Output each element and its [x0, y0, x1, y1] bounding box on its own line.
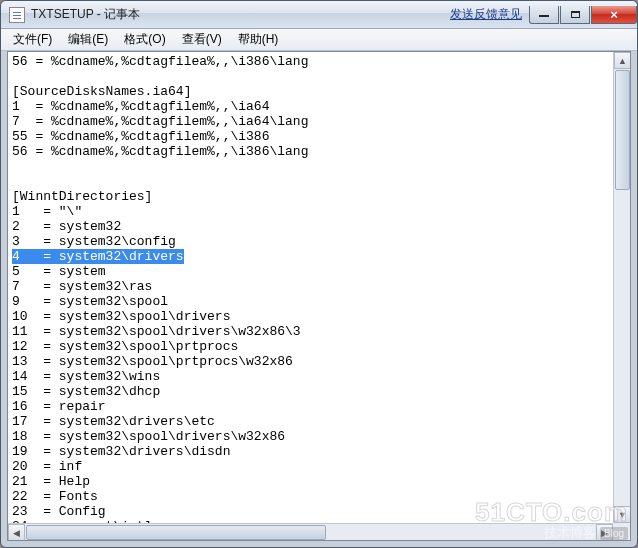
horizontal-scroll-thumb[interactable]: [26, 525, 326, 540]
selected-text: 4 = system32\drivers: [12, 249, 184, 264]
text-line: 9 = system32\spool: [12, 294, 609, 309]
close-button[interactable]: ×: [591, 6, 637, 24]
text-line: 1 = %cdname%,%cdtagfilem%,,\ia64: [12, 99, 609, 114]
vertical-scroll-thumb[interactable]: [615, 70, 630, 190]
menu-help[interactable]: 帮助(H): [230, 29, 287, 50]
text-line: 14 = system32\wins: [12, 369, 609, 384]
text-content[interactable]: 56 = %cdname%,%cdtagfilea%,,\i386\lang […: [8, 52, 613, 523]
text-line: 56 = %cdname%,%cdtagfilea%,,\i386\lang: [12, 54, 609, 69]
notepad-window: TXTSETUP - 记事本 发送反馈意见 × 文件(F) 编辑(E) 格式(O…: [0, 0, 638, 548]
text-line: 10 = system32\spool\drivers: [12, 309, 609, 324]
titlebar[interactable]: TXTSETUP - 记事本 发送反馈意见 ×: [1, 1, 637, 29]
scroll-corner: [613, 523, 630, 540]
text-line: 20 = inf: [12, 459, 609, 474]
text-line: 4 = system32\drivers: [12, 249, 609, 264]
text-line: 11 = system32\spool\drivers\w32x86\3: [12, 324, 609, 339]
window-title: TXTSETUP - 记事本: [31, 6, 140, 23]
feedback-link[interactable]: 发送反馈意见: [450, 6, 522, 23]
scroll-up-button[interactable]: ▲: [614, 52, 631, 69]
text-line: 13 = system32\spool\prtprocs\w32x86: [12, 354, 609, 369]
menu-format[interactable]: 格式(O): [116, 29, 173, 50]
text-line: 56 = %cdname%,%cdtagfilem%,,\i386\lang: [12, 144, 609, 159]
text-line: 16 = repair: [12, 399, 609, 414]
text-line: [12, 69, 609, 84]
text-line: 22 = Fonts: [12, 489, 609, 504]
text-line: 23 = Config: [12, 504, 609, 519]
scroll-left-button[interactable]: ◀: [8, 524, 25, 541]
scroll-right-button[interactable]: ▶: [596, 524, 613, 541]
text-line: [12, 159, 609, 174]
text-line: 15 = system32\dhcp: [12, 384, 609, 399]
text-line: 3 = system32\config: [12, 234, 609, 249]
horizontal-scrollbar[interactable]: ◀ ▶: [8, 523, 613, 540]
minimize-button[interactable]: [529, 6, 559, 24]
text-line: 1 = "\": [12, 204, 609, 219]
text-line: 17 = system32\drivers\etc: [12, 414, 609, 429]
text-line: 7 = %cdname%,%cdtagfilem%,,\ia64\lang: [12, 114, 609, 129]
text-line: 21 = Help: [12, 474, 609, 489]
text-line: [SourceDisksNames.ia64]: [12, 84, 609, 99]
editor-area: 56 = %cdname%,%cdtagfilea%,,\i386\lang […: [7, 51, 631, 541]
text-line: [12, 174, 609, 189]
menu-edit[interactable]: 编辑(E): [60, 29, 116, 50]
menu-view[interactable]: 查看(V): [174, 29, 230, 50]
text-line: 2 = system32: [12, 219, 609, 234]
text-line: 55 = %cdname%,%cdtagfilem%,,\i386: [12, 129, 609, 144]
notepad-icon: [9, 7, 25, 23]
menubar: 文件(F) 编辑(E) 格式(O) 查看(V) 帮助(H): [1, 29, 637, 51]
maximize-button[interactable]: [560, 6, 590, 24]
text-line: 19 = system32\drivers\disdn: [12, 444, 609, 459]
vertical-scrollbar[interactable]: ▲ ▼: [613, 52, 630, 523]
text-line: 18 = system32\spool\drivers\w32x86: [12, 429, 609, 444]
text-line: 5 = system: [12, 264, 609, 279]
text-line: 12 = system32\spool\prtprocs: [12, 339, 609, 354]
text-line: 7 = system32\ras: [12, 279, 609, 294]
scroll-down-button[interactable]: ▼: [614, 506, 631, 523]
menu-file[interactable]: 文件(F): [5, 29, 60, 50]
text-line: [WinntDirectories]: [12, 189, 609, 204]
